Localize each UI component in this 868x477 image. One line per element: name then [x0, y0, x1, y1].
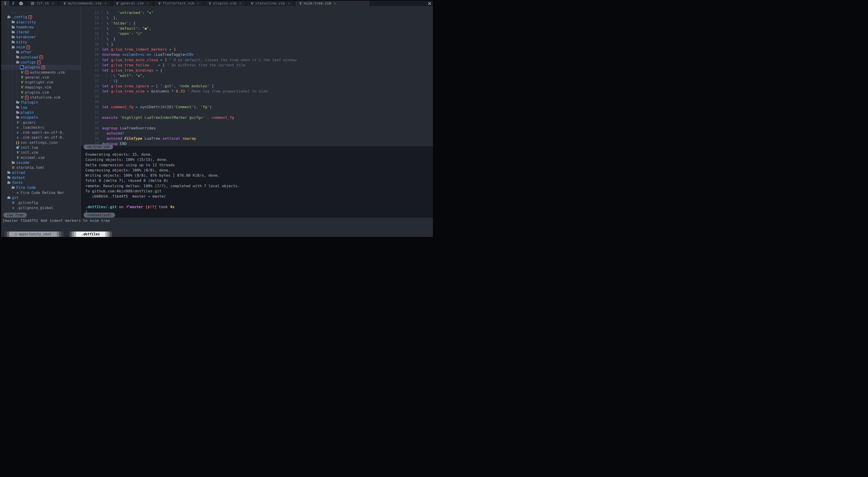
terminal-line: Counting objects: 100% (15/15), done.: [85, 157, 433, 162]
tree-row-nvim[interactable]: │ nvim+: [1, 45, 81, 50]
tree-row-homebrew[interactable]: │ homebrew: [1, 25, 81, 30]
line-number: 14: [81, 21, 102, 26]
tree-row-.config[interactable]: .config+: [1, 14, 81, 20]
tree-row-coc-settings.json[interactable]: │ │ {}coc-settings.json: [1, 140, 81, 145]
tree-row-kitty[interactable]: │ kitty: [1, 40, 81, 45]
tree-row-mappings.vim[interactable]: │ │ │ Vmappings.vim: [1, 85, 81, 90]
tree-row-.gitignore_global[interactable]: │ ≡.gitignore_global: [1, 205, 81, 210]
tree-row-alfred[interactable]: alfred: [1, 170, 81, 175]
vim-icon: V: [158, 1, 161, 6]
tree-row-statusline.vim[interactable]: │ │ └ V+statusline.vim: [1, 95, 81, 100]
editor-line: 35 autocmd!: [81, 131, 433, 136]
tmux-window-label: .dotfiles: [76, 232, 105, 237]
file-tree-pane[interactable]: ...config+│ alacritty│ homebrew│ iterm2│…: [1, 6, 81, 217]
gradient-block: [57, 232, 59, 237]
tab-close-icon[interactable]: ×: [147, 1, 149, 5]
tab-close-icon[interactable]: ×: [197, 1, 199, 5]
tree-row-iterm2[interactable]: │ iterm2: [1, 30, 81, 35]
tree-row-git[interactable]: git: [1, 195, 81, 200]
tree-row-..[interactable]: ..: [1, 10, 81, 14]
terminal-split-pane[interactable]: Enumerating objects: 15, done.Counting o…: [81, 146, 433, 217]
indent-guide: │ └: [7, 155, 16, 160]
line-number: 28: [81, 94, 102, 99]
git-new-badge-icon: +: [28, 15, 32, 19]
tree-row-dotbot[interactable]: dotbot: [1, 175, 81, 180]
tree-item-label: git: [12, 195, 19, 200]
line-number: 27: [81, 89, 102, 94]
tab-fluttertest.vim[interactable]: Vfluttertest.vim×: [155, 1, 202, 6]
tab-separator: [293, 1, 296, 6]
close-icon[interactable]: [426, 1, 433, 6]
history-back-icon[interactable]: ‹: [19, 2, 23, 5]
tree-row-general.vim[interactable]: │ │ │ Vgeneral.vim: [1, 75, 81, 80]
tab-close-icon[interactable]: ×: [239, 1, 241, 5]
tab-close-icon[interactable]: ×: [52, 1, 54, 5]
indent-guide: │ │: [7, 50, 16, 55]
tab-plugins.vim[interactable]: Vplugins.vim×: [205, 1, 244, 6]
editor-line: 26let g:lua_tree_ignore = [ '.git', 'nod…: [81, 83, 433, 89]
tree-item-label: alacritty: [16, 20, 36, 25]
tree-row-highlight.vim[interactable]: │ │ │ Vhighlight.vim: [1, 80, 81, 85]
tree-row-.luacheckrc[interactable]: │ │ ≡.luacheckrc: [1, 125, 81, 130]
editor-line: 34augroup LuaTreeOverrides: [81, 126, 433, 131]
tree-row-init.vim[interactable]: │ │ Vinit.vim: [1, 150, 81, 155]
code-text: ▏ ▏\}: [102, 78, 118, 83]
tab-close-icon[interactable]: ×: [334, 1, 336, 5]
tree-row-starship.toml[interactable]: └ ⚙starship.toml: [1, 165, 81, 170]
tree-row-vscode[interactable]: │ vscode: [1, 160, 81, 165]
tree-row-Fira Code[interactable]: └ Fira Code: [1, 185, 81, 190]
tree-row-autoload[interactable]: │ │ autoload+: [1, 55, 81, 60]
tree-row-lua[interactable]: │ │ lua: [1, 105, 81, 110]
editor-pane[interactable]: 12▏ \ 'untracked': "★"13▏ \ },14▏ \ 'fol…: [81, 6, 433, 146]
folder-icon: [16, 116, 20, 118]
tab-nvim-tree.vim[interactable]: Vnvim-tree.vim×: [296, 1, 370, 6]
tree-row-karabiner[interactable]: │ karabiner: [1, 35, 81, 40]
text-file-icon: ≡: [16, 135, 20, 140]
code-text: let g:lua_tree_bindings = {: [102, 68, 162, 73]
tree-row-Fira Code Retina Ner[interactable]: │ └ ≡Fira Code Retina Ner: [1, 190, 81, 195]
indent-guide: │: [7, 205, 11, 210]
tree-row-.gvimrc[interactable]: │ │ V.gvimrc: [1, 120, 81, 125]
tmux-window-opportunity_cost[interactable]: □ opportunity_cost: [5, 232, 63, 237]
tree-row-.vim-spell-en.utf-8.[interactable]: │ │ ≡.vim-spell-en.utf-8.: [1, 130, 81, 135]
gradient-block: [59, 232, 61, 237]
tab-fzf.sh[interactable]: >_fzf.sh×: [28, 1, 57, 6]
line-number: 34: [81, 126, 102, 131]
tree-row-.vim-spell-en.utf-8.[interactable]: │ │ ≡.vim-spell-en.utf-8.: [1, 135, 81, 140]
tab-close-icon[interactable]: ×: [288, 1, 290, 5]
line-number: 24: [81, 73, 102, 78]
tree-row-configs[interactable]: │ │ configs+: [1, 60, 81, 65]
tabline: 12‹>_fzf.sh×Vautocommands.vim×Vgeneral.v…: [1, 1, 433, 6]
line-number: 25: [81, 78, 102, 83]
indent-guide: │ │ │: [7, 85, 20, 90]
tree-row-ftplugin[interactable]: │ │ ftplugin: [1, 100, 81, 105]
editor-line: 13▏ \ },: [81, 15, 433, 21]
tree-row-after[interactable]: │ │ after: [1, 50, 81, 55]
line-number: 13: [81, 15, 102, 21]
tree-row-plugins[interactable]: │ │ │ plugins+: [1, 65, 81, 70]
tree-row-plugins.vim[interactable]: │ │ │ Vplugins.vim: [1, 90, 81, 95]
indent-guide: │ │ │: [7, 70, 20, 75]
tmux-window-dotfiles[interactable]: .dotfiles: [69, 232, 112, 237]
git-new-badge-icon: +: [26, 45, 30, 49]
tab-label: autocommands.vim: [68, 1, 101, 5]
tree-row-alacritty[interactable]: │ alacritty: [1, 20, 81, 25]
tree-row-.gitconfig[interactable]: │ ⚙.gitconfig: [1, 200, 81, 205]
tree-row-plugin[interactable]: │ │ plugin: [1, 110, 81, 115]
tab-general.vim[interactable]: Vgeneral.vim×: [113, 1, 152, 6]
editor-line: 36 autocmd FileType LuaTree setlocal now…: [81, 136, 433, 141]
tree-row-init.lua[interactable]: │ │ init.lua: [1, 145, 81, 150]
tree-row-minimal.vim[interactable]: │ └ Vminimal.vim: [1, 155, 81, 160]
terminal-line: remote: Resolving deltas: 100% (7/7), co…: [85, 183, 433, 189]
tree-row-snippets[interactable]: │ │ snippets: [1, 115, 81, 120]
tree-row-autocommands.vim[interactable]: │ │ │ V+autocommands.vim: [1, 70, 81, 75]
tmux-window-number-2[interactable]: 2: [9, 1, 17, 6]
tab-autocommands.vim[interactable]: Vautocommands.vim×: [60, 1, 110, 6]
line-number: 22: [81, 63, 102, 68]
tree-row-fonts[interactable]: fonts: [1, 180, 81, 185]
tmux-window-number-1[interactable]: 1: [1, 1, 9, 6]
tab-statusline.vim[interactable]: Vstatusline.vim×: [247, 1, 293, 6]
tab-close-icon[interactable]: ×: [104, 1, 106, 5]
tab-separator: [244, 1, 247, 6]
line-number: 20: [81, 52, 102, 57]
